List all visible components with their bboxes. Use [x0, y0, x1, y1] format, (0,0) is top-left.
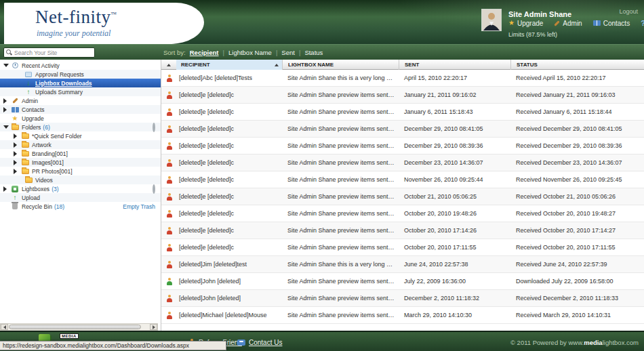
expand-arrow-icon[interactable]: [3, 186, 7, 192]
upload-arrow-icon: ↑: [27, 89, 31, 96]
approval-list-icon: [25, 72, 32, 77]
sort-option-status[interactable]: Status: [304, 49, 323, 56]
table-row[interactable]: [deleted]e [deleted]c Site Admin Shane p…: [161, 154, 644, 171]
gear-icon[interactable]: [153, 123, 155, 132]
expand-arrow-icon[interactable]: [14, 151, 17, 157]
table-row[interactable]: [deleted]e [deleted]c Site Admin Shane p…: [161, 171, 644, 188]
folder-icon: [22, 169, 29, 174]
expand-arrow-icon[interactable]: [3, 98, 7, 104]
scroll-right-button[interactable]: [150, 324, 157, 330]
sort-bar: Sort by: Recipient | Lightbox Name | Sen…: [163, 45, 323, 60]
table-row[interactable]: [deleted]John [deleted] Site Admin Shane…: [161, 290, 644, 307]
table-row[interactable]: [deleted]Abc [deleted]Tests Site Admin S…: [161, 70, 644, 87]
table-row[interactable]: [deleted]e [deleted]c Site Admin Shane p…: [161, 188, 644, 205]
recipient-person-icon: [165, 159, 173, 167]
table-row[interactable]: [deleted]John [deleted] Site Admin Shane…: [161, 273, 644, 290]
scroll-left-button[interactable]: [1, 324, 8, 330]
sidebar-item-upload[interactable]: ↑ Upload: [0, 193, 161, 202]
search-input[interactable]: [14, 49, 92, 56]
folder-icon: [12, 125, 19, 130]
recipient-person-icon: [165, 91, 173, 99]
sort-option-recipient[interactable]: Recipient: [190, 49, 219, 56]
recipient-cell: [deleted]John [deleted]: [176, 278, 282, 285]
sidebar-item-pr-photos[interactable]: PR Photos[001]: [0, 167, 161, 176]
sidebar-item-videos[interactable]: Videos: [0, 176, 161, 184]
sidebar-item-recycle-bin[interactable]: Recycle Bin (18) Empty Trash: [0, 202, 161, 211]
icon-column-header[interactable]: [161, 60, 176, 70]
sidebar-item-upgrade[interactable]: ★ Upgrade: [0, 114, 161, 123]
folder-icon: [22, 133, 29, 139]
sort-option-sent[interactable]: Sent: [281, 49, 295, 56]
table-row[interactable]: [deleted]e [deleted]c Site Admin Shane p…: [161, 222, 644, 239]
status-cell: Received April 15, 2010 22:20:17: [510, 75, 644, 81]
sidebar-item-branding[interactable]: Branding[001]: [0, 149, 161, 158]
sidebar-item-admin[interactable]: Admin: [0, 96, 161, 105]
logo[interactable]: Net-finity™: [35, 7, 117, 28]
column-header-sent[interactable]: SENT: [399, 60, 510, 70]
avatar[interactable]: [481, 9, 502, 31]
scrollbar-thumb[interactable]: [9, 325, 141, 329]
recipient-cell: [deleted]e [deleted]c: [176, 176, 282, 183]
expand-arrow-icon[interactable]: [14, 169, 17, 174]
sidebar-item-quick-send-folder[interactable]: *Quick Send Folder: [0, 131, 161, 140]
upgrade-link[interactable]: ★Upgrade: [508, 20, 543, 27]
column-label: LIGHTBOX NAME: [288, 62, 334, 68]
contacts-link[interactable]: Contacts: [593, 20, 630, 27]
table-row[interactable]: [deleted]e [deleted]c Site Admin Shane p…: [161, 138, 644, 154]
help-link[interactable]: ?Help: [641, 19, 644, 27]
column-header-status[interactable]: STATUS: [510, 60, 644, 70]
recipient-cell: [deleted]e [deleted]c: [176, 193, 282, 200]
sidebar-item-recent-activity[interactable]: Recent Activity: [0, 61, 161, 70]
collapse-arrow-icon[interactable]: [3, 64, 9, 67]
table-row[interactable]: [deleted]e [deleted]c Site Admin Shane p…: [161, 104, 644, 121]
sent-cell: March 29, 2010 14:10:30: [399, 312, 510, 318]
recipient-cell: [deleted]e [deleted]c: [176, 142, 282, 149]
recipient-person-icon: [165, 108, 173, 116]
sidebar-item-images[interactable]: Images[001]: [0, 158, 161, 167]
contact-us-link[interactable]: Contact Us: [237, 332, 282, 351]
sidebar-item-artwork[interactable]: Artwork: [0, 140, 161, 149]
status-cell: Received October 20, 2010 19:48:27: [510, 210, 644, 217]
sort-asc-icon: [275, 64, 279, 66]
expand-arrow-icon[interactable]: [14, 142, 17, 148]
admin-link[interactable]: Admin: [554, 20, 582, 27]
table-row[interactable]: [deleted]e [deleted]c Site Admin Shane p…: [161, 121, 644, 138]
sidebar-item-uploads-summary[interactable]: ↑ Uploads Summary: [0, 87, 161, 96]
user-name: Site Admin Shane: [508, 10, 571, 18]
contacts-label: Contacts: [603, 20, 630, 27]
navigation-tree: Recent Activity Approval Requests ↓ Ligh…: [0, 60, 161, 211]
expand-arrow-icon[interactable]: [14, 160, 17, 165]
sidebar-item-lightboxes[interactable]: Lightboxes (3): [0, 184, 161, 193]
sidebar-item-contacts[interactable]: Contacts: [0, 105, 161, 114]
table-row[interactable]: [deleted]e [deleted]c Site Admin Shane p…: [161, 239, 644, 256]
lightbox-name-cell: Site Admin Shane preview items sent 12/2…: [282, 142, 399, 149]
status-cell: Received October 20, 2010 17:11:55: [510, 244, 644, 251]
downloads-table: RECIPIENT LIGHTBOX NAME SENT STATUS [del…: [161, 60, 644, 331]
table-row[interactable]: [deleted]e [deleted]c Site Admin Shane p…: [161, 87, 644, 104]
sidebar-item-approval-requests[interactable]: Approval Requests: [0, 70, 161, 79]
sort-asc-icon: [167, 64, 171, 66]
sidebar-item-folders[interactable]: Folders (6): [0, 123, 161, 131]
lightbox-name-cell: Site Admin Shane preview items sent 10/2…: [282, 244, 399, 251]
sidebar-item-label: Branding[001]: [32, 150, 68, 157]
table-row[interactable]: [deleted]Michael [deleted]Mouse Site Adm…: [161, 307, 644, 324]
sent-cell: July 22, 2009 16:36:00: [399, 278, 510, 285]
sidebar-item-lightbox-downloads[interactable]: ↓ Lightbox Downloads: [0, 79, 161, 87]
collapse-arrow-icon[interactable]: [3, 125, 9, 129]
lightbox-icon: [12, 186, 18, 192]
expand-arrow-icon[interactable]: [14, 133, 17, 139]
column-header-lightbox-name[interactable]: LIGHTBOX NAME: [282, 60, 399, 70]
sort-option-lightbox-name[interactable]: Lightbox Name: [228, 49, 272, 56]
expand-arrow-icon[interactable]: [3, 107, 7, 112]
trash-icon: [12, 203, 18, 209]
gear-icon[interactable]: [153, 184, 155, 194]
table-row[interactable]: [deleted]e [deleted]c Site Admin Shane p…: [161, 205, 644, 222]
logout-link[interactable]: Logout: [619, 8, 638, 15]
column-header-recipient[interactable]: RECIPIENT: [176, 60, 282, 70]
empty-trash-link[interactable]: Empty Trash: [123, 203, 155, 210]
column-label: RECIPIENT: [181, 62, 210, 68]
table-row[interactable]: [deleted]Jim [deleted]test Site Admin Sh…: [161, 256, 644, 273]
folder-icon: [25, 178, 33, 183]
recipient-cell: [deleted]e [deleted]c: [176, 91, 282, 98]
recipient-person-icon: [165, 75, 173, 82]
